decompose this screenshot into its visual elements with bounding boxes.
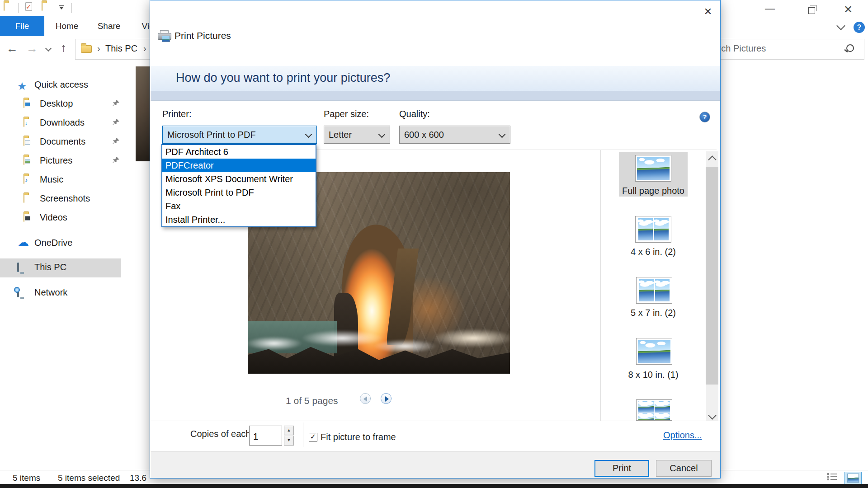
- screen: ✓ File Home Share View — ✕ ? ← → ↑ › Thi…: [0, 0, 868, 488]
- chevron-down-icon: [378, 131, 386, 138]
- back-button[interactable]: ←: [6, 42, 18, 54]
- this-pc-icon: [17, 263, 19, 272]
- printer-option[interactable]: Microsoft XPS Document Writer: [162, 172, 316, 186]
- paper-size-combobox[interactable]: Letter: [324, 126, 390, 144]
- network-icon: [17, 289, 19, 297]
- page-counter: 1 of 5 pages: [286, 395, 344, 406]
- scroll-down-icon[interactable]: [708, 411, 716, 419]
- search-box[interactable]: Search Pictures: [695, 39, 864, 60]
- printer-option-highlighted[interactable]: PDFCreator: [162, 159, 316, 172]
- pin-icon: [112, 137, 120, 145]
- scrollbar-thumb[interactable]: [706, 167, 718, 385]
- printer-option[interactable]: Microsoft Print to PDF: [162, 186, 316, 199]
- sidebar-item-this-pc[interactable]: This PC: [0, 258, 121, 277]
- thumbnail-view-button[interactable]: [844, 472, 862, 485]
- chevron-down-icon: [499, 131, 506, 138]
- printer-combobox[interactable]: Microsoft Print to PDF: [162, 126, 317, 144]
- fit-picture-checkbox[interactable]: ✓: [309, 433, 317, 441]
- divider: [303, 422, 303, 447]
- tab-home[interactable]: Home: [50, 16, 84, 36]
- items-selected: 5 items selected: [58, 473, 120, 483]
- dialog-help-icon[interactable]: ?: [699, 112, 710, 122]
- sidebar-item-screenshots[interactable]: Screenshots: [0, 190, 121, 209]
- window-close-button[interactable]: ✕: [844, 3, 853, 16]
- print-button[interactable]: Print: [594, 460, 649, 477]
- fit-picture-label: Fit picture to frame: [321, 432, 396, 442]
- quality-combobox[interactable]: 600 x 600: [399, 126, 510, 144]
- qat-dropdown-icon[interactable]: [59, 7, 64, 9]
- sidebar-item-documents[interactable]: Documents: [0, 133, 121, 152]
- layout-4x6[interactable]: [635, 216, 671, 243]
- quick-access-toolbar: ✓: [0, 0, 150, 16]
- pin-icon: [112, 156, 120, 164]
- previous-page-button[interactable]: [360, 393, 371, 404]
- crumb-chevron-icon: ›: [143, 43, 146, 54]
- dialog-button-bar: Print Cancel: [151, 451, 720, 478]
- videos-folder-icon: [24, 214, 24, 222]
- layout-wallet[interactable]: [636, 399, 672, 421]
- search-icon[interactable]: [846, 44, 854, 52]
- properties-check-icon[interactable]: ✓: [25, 2, 32, 11]
- cancel-button[interactable]: Cancel: [656, 460, 712, 477]
- crumb-chevron-icon: ›: [97, 43, 100, 54]
- printer-dropdown-list: PDF Architect 6 PDFCreator Microsoft XPS…: [161, 144, 316, 227]
- file-thumbnail-partial: [136, 66, 150, 161]
- layout-full-page[interactable]: [635, 155, 671, 182]
- printer-option[interactable]: PDF Architect 6: [162, 145, 316, 159]
- printer-option[interactable]: Install Printer...: [162, 213, 316, 226]
- pin-icon: [112, 99, 120, 107]
- print-pictures-icon: [158, 30, 171, 42]
- folder-icon[interactable]: [4, 3, 5, 11]
- copies-label: Copies of each: [190, 429, 250, 439]
- paper-size-label: Paper size:: [324, 109, 369, 119]
- dialog-title: Print Pictures: [175, 30, 231, 41]
- separator: [71, 3, 72, 13]
- sidebar-item-network[interactable]: Network: [0, 284, 121, 303]
- sidebar-item-pictures[interactable]: Pictures: [0, 152, 121, 171]
- layout-5x7[interactable]: [636, 277, 672, 304]
- copies-increment-button[interactable]: ▲: [284, 426, 294, 435]
- folder-icon: [24, 195, 24, 203]
- printer-option[interactable]: Fax: [162, 199, 316, 213]
- items-count: 5 items: [13, 473, 40, 483]
- restore-button[interactable]: [808, 7, 815, 14]
- options-link[interactable]: Options...: [663, 430, 702, 441]
- up-button[interactable]: ↑: [61, 42, 66, 53]
- divider: [150, 421, 720, 421]
- sidebar-item-onedrive[interactable]: ☁ OneDrive: [0, 234, 121, 253]
- sidebar-item-quick-access[interactable]: ★ Quick access: [0, 76, 121, 95]
- tab-share[interactable]: Share: [90, 16, 128, 36]
- taskbar-edge: [0, 484, 868, 488]
- dialog-close-icon[interactable]: ✕: [701, 5, 715, 19]
- forward-button[interactable]: →: [26, 42, 38, 54]
- scroll-up-icon[interactable]: [708, 155, 716, 164]
- minimize-button[interactable]: —: [765, 3, 775, 14]
- layout-8x10[interactable]: [636, 338, 672, 365]
- breadcrumb-this-pc[interactable]: This PC: [105, 43, 137, 54]
- sidebar-item-desktop[interactable]: Desktop: [0, 95, 121, 114]
- documents-folder-icon: [24, 138, 24, 146]
- chevron-down-icon: [305, 131, 312, 138]
- next-page-button[interactable]: [381, 393, 392, 404]
- layout-scrollbar[interactable]: [706, 151, 718, 421]
- location-folder-icon: [81, 45, 92, 53]
- music-folder-icon: ♪: [24, 176, 24, 184]
- pin-icon: [112, 118, 120, 126]
- sidebar: ★ Quick access Desktop ↓ Downloads Docum…: [0, 76, 127, 329]
- downloads-folder-icon: ↓: [24, 119, 24, 127]
- sidebar-item-music[interactable]: ♪ Music: [0, 171, 121, 190]
- explorer-help-icon[interactable]: ?: [854, 22, 865, 33]
- details-view-button[interactable]: [826, 472, 843, 484]
- tab-file[interactable]: File: [0, 16, 44, 36]
- recent-locations-icon[interactable]: [45, 45, 52, 52]
- copies-decrement-button[interactable]: ▼: [284, 436, 294, 446]
- sidebar-item-videos[interactable]: Videos: [0, 209, 121, 228]
- star-icon: ★: [17, 81, 27, 92]
- sidebar-item-downloads[interactable]: ↓ Downloads: [0, 114, 121, 133]
- folder-icon[interactable]: [42, 3, 42, 11]
- copies-input[interactable]: [249, 426, 282, 446]
- printer-label: Printer:: [162, 109, 191, 119]
- onedrive-cloud-icon: ☁: [17, 237, 29, 248]
- header-band-strip: [151, 91, 720, 101]
- divider: [600, 150, 601, 421]
